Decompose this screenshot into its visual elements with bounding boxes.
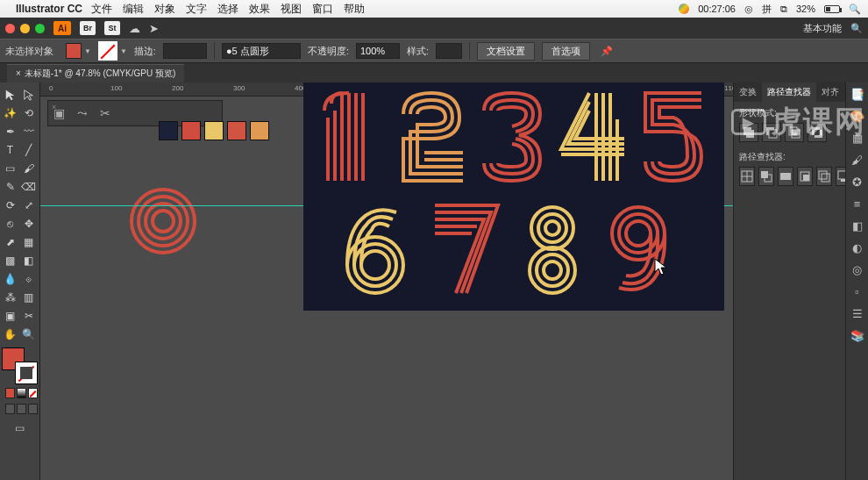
libraries-icon[interactable]: 📚 bbox=[850, 329, 864, 342]
lasso-tool[interactable]: ⟲ bbox=[20, 104, 37, 121]
ai-home-icon[interactable]: Ai bbox=[53, 21, 71, 35]
column-graph-tool[interactable]: ▥ bbox=[20, 289, 37, 305]
rotate-tool[interactable]: ⟳ bbox=[2, 197, 18, 213]
tab-transform[interactable]: 变换 bbox=[734, 82, 762, 102]
color-icon[interactable]: 🎨 bbox=[850, 110, 864, 123]
eraser-tool[interactable]: ⌫ bbox=[20, 178, 37, 195]
blend-tool[interactable]: ⟐ bbox=[20, 270, 37, 287]
shape-builder-tool[interactable]: ⬈ bbox=[2, 233, 18, 250]
gradient-panel-icon[interactable]: ◧ bbox=[852, 219, 863, 233]
menu-file[interactable]: 文件 bbox=[91, 2, 112, 17]
appearance-icon[interactable]: ◎ bbox=[852, 263, 862, 276]
preferences-button[interactable]: 首选项 bbox=[542, 42, 590, 61]
workspace-switcher[interactable]: 基本功能 bbox=[803, 22, 842, 35]
close-panel-icon[interactable]: × bbox=[52, 103, 56, 111]
menu-text[interactable]: 文字 bbox=[186, 2, 207, 17]
wifi-icon[interactable]: ⧉ bbox=[780, 4, 787, 15]
document-tab[interactable]: ×未标题-1* @ 47.8% (CMYK/GPU 预览) bbox=[7, 64, 184, 82]
graphic-styles-icon[interactable]: ▫ bbox=[855, 285, 859, 298]
exclude-button[interactable] bbox=[808, 123, 827, 142]
fill-swatch-control[interactable]: ▼ bbox=[66, 43, 91, 59]
trim-button[interactable] bbox=[758, 167, 774, 186]
menu-object[interactable]: 对象 bbox=[154, 2, 175, 17]
none-mode-button[interactable] bbox=[28, 388, 38, 398]
type-tool[interactable]: T bbox=[2, 141, 18, 158]
symbols-icon[interactable]: ✪ bbox=[852, 176, 862, 189]
canvas[interactable]: 0 100 200 300 400 500 600 700 800 900 10… bbox=[40, 82, 733, 480]
rocket-icon[interactable]: ➤ bbox=[149, 22, 159, 35]
draw-inside-button[interactable] bbox=[28, 404, 38, 414]
menu-view[interactable]: 视图 bbox=[281, 2, 302, 17]
rectangle-tool[interactable]: ▭ bbox=[2, 160, 18, 176]
spotlight-icon[interactable]: 🔍 bbox=[849, 4, 861, 15]
merge-button[interactable] bbox=[778, 167, 793, 186]
menu-select[interactable]: 选择 bbox=[217, 2, 238, 17]
color-profile-icon[interactable] bbox=[679, 4, 689, 14]
menu-window[interactable]: 窗口 bbox=[312, 2, 333, 17]
line-tool[interactable]: ╱ bbox=[20, 141, 37, 158]
stroke-weight-input[interactable] bbox=[163, 43, 207, 59]
draw-behind-button[interactable] bbox=[17, 404, 26, 414]
screen-mode-button[interactable]: ▭ bbox=[2, 419, 37, 436]
gradient-mode-button[interactable] bbox=[17, 388, 26, 398]
crop-icon[interactable]: ✂ bbox=[100, 106, 110, 120]
stroke-swatch-control[interactable]: ▼ bbox=[98, 41, 127, 61]
paintbrush-tool[interactable]: 🖌 bbox=[20, 160, 37, 176]
curvature-tool[interactable]: 〰 bbox=[20, 123, 37, 140]
brush-definition-field[interactable]: ● 5 点圆形 bbox=[222, 43, 301, 59]
divide-button[interactable] bbox=[739, 167, 755, 186]
properties-icon[interactable]: 📑 bbox=[850, 88, 864, 101]
stroke-indicator[interactable] bbox=[15, 362, 38, 384]
unite-button[interactable] bbox=[739, 123, 758, 142]
zoom-window-button[interactable] bbox=[35, 24, 45, 33]
hand-tool[interactable]: ✋ bbox=[2, 326, 18, 342]
artboard-tool[interactable]: ▣ bbox=[2, 307, 18, 324]
menu-help[interactable]: 帮助 bbox=[344, 2, 365, 17]
symbol-sprayer-tool[interactable]: ⁂ bbox=[2, 289, 18, 305]
swatches-icon[interactable]: ▦ bbox=[852, 132, 863, 145]
menu-effect[interactable]: 效果 bbox=[249, 2, 270, 17]
intersect-button[interactable] bbox=[785, 123, 804, 142]
minimize-window-button[interactable] bbox=[20, 24, 30, 33]
zoom-tool[interactable]: 🔍 bbox=[20, 326, 37, 342]
tab-align[interactable]: 对齐 bbox=[816, 82, 844, 102]
search-icon[interactable]: 🔍 bbox=[850, 23, 863, 34]
slice-tool[interactable]: ✂ bbox=[20, 307, 37, 324]
transparency-icon[interactable]: ◐ bbox=[852, 241, 862, 254]
magic-wand-tool[interactable]: ✨ bbox=[2, 104, 18, 121]
width-tool[interactable]: ⎋ bbox=[2, 215, 18, 232]
input-method[interactable]: 拼 bbox=[762, 3, 772, 16]
scale-tool[interactable]: ⤢ bbox=[20, 197, 37, 213]
crop-button[interactable] bbox=[797, 167, 813, 186]
graphic-style-field[interactable] bbox=[436, 43, 462, 59]
direct-selection-tool[interactable] bbox=[20, 86, 37, 103]
cloud-icon[interactable]: ☁ bbox=[129, 22, 140, 35]
tab-pathfinder[interactable]: 路径查找器 bbox=[762, 82, 816, 102]
layers-icon[interactable]: ☰ bbox=[852, 307, 863, 320]
brushes-icon[interactable]: 🖌 bbox=[851, 154, 863, 167]
pen-tool[interactable]: ✒ bbox=[2, 123, 18, 140]
app-name[interactable]: Illustrator CC bbox=[16, 3, 82, 15]
eyedropper-tool[interactable]: 💧 bbox=[2, 270, 18, 287]
battery-icon[interactable] bbox=[824, 5, 840, 13]
path-join-icon[interactable]: ⤳ bbox=[77, 106, 88, 120]
draw-normal-button[interactable] bbox=[5, 404, 15, 414]
outline-button[interactable] bbox=[816, 167, 832, 186]
stroke-panel-icon[interactable]: ≡ bbox=[854, 197, 861, 211]
pin-icon[interactable]: 📌 bbox=[601, 46, 613, 57]
mesh-tool[interactable]: ▩ bbox=[2, 252, 18, 269]
gradient-tool[interactable]: ◧ bbox=[20, 252, 37, 269]
fill-swatch[interactable] bbox=[66, 43, 82, 59]
fill-stroke-indicator[interactable] bbox=[2, 347, 38, 384]
menu-edit[interactable]: 编辑 bbox=[123, 2, 144, 17]
color-mode-button[interactable] bbox=[5, 388, 15, 398]
document-setup-button[interactable]: 文档设置 bbox=[477, 42, 535, 61]
shaper-tool[interactable]: ✎ bbox=[2, 178, 18, 195]
airplay-icon[interactable]: ◎ bbox=[744, 4, 753, 15]
stroke-none-swatch[interactable] bbox=[98, 41, 117, 61]
stock-icon[interactable]: St bbox=[104, 21, 120, 35]
opacity-input[interactable]: 100% bbox=[356, 43, 400, 59]
close-window-button[interactable] bbox=[5, 24, 15, 33]
minus-front-button[interactable] bbox=[762, 123, 781, 142]
free-transform-tool[interactable]: ✥ bbox=[20, 215, 37, 232]
